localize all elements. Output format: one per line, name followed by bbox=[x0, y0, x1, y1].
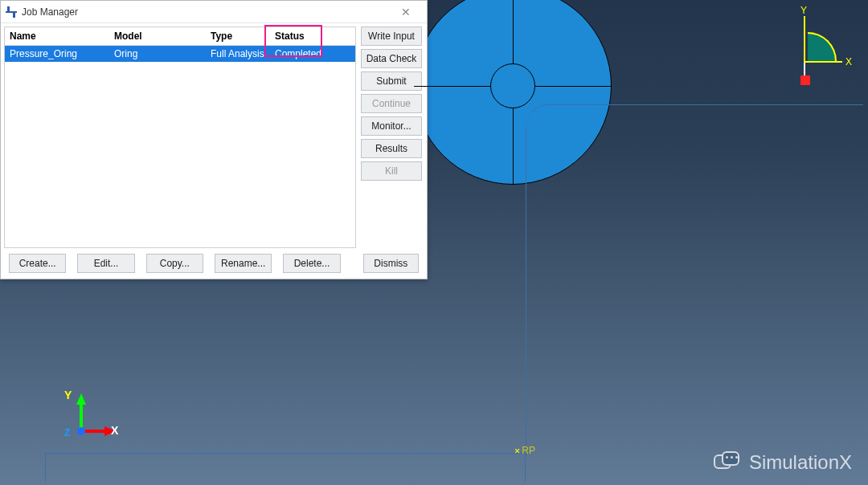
geom-vline bbox=[513, 0, 514, 185]
rename-button[interactable]: Rename... bbox=[215, 254, 272, 273]
wire-top bbox=[526, 104, 863, 137]
watermark: SimulationX bbox=[714, 451, 852, 474]
write-input-button[interactable]: Write Input bbox=[361, 26, 422, 46]
job-table[interactable]: Name Model Type Status Pressure_Oring Or… bbox=[4, 26, 356, 248]
app-icon bbox=[6, 6, 17, 18]
viewcube-y-label: Y bbox=[800, 5, 807, 16]
side-buttons: Write Input Data Check Submit Continue M… bbox=[359, 23, 427, 248]
axis-y-label: Y bbox=[64, 389, 72, 401]
viewcube-x-label: X bbox=[845, 56, 852, 67]
cell-type: Full Analysis bbox=[206, 46, 270, 63]
col-status[interactable]: Status bbox=[270, 27, 355, 46]
delete-button[interactable]: Delete... bbox=[283, 254, 340, 273]
col-name[interactable]: Name bbox=[5, 27, 109, 46]
wire-vert bbox=[526, 127, 628, 456]
axis-x-label: X bbox=[111, 424, 118, 437]
job-manager-dialog: Job Manager ✕ Name Model Type Status Pre… bbox=[0, 0, 428, 279]
svg-rect-1 bbox=[13, 13, 15, 18]
copy-button[interactable]: Copy... bbox=[146, 254, 203, 273]
monitor-button[interactable]: Monitor... bbox=[361, 116, 422, 136]
cell-status: Completed bbox=[270, 46, 355, 63]
dialog-titlebar[interactable]: Job Manager ✕ bbox=[1, 1, 427, 23]
data-check-button[interactable]: Data Check bbox=[361, 49, 422, 68]
viewport-3d[interactable]: Y X Z Y X ✕RP SimulationX Job Manager ✕ bbox=[0, 0, 868, 485]
view-cube[interactable]: Y X bbox=[772, 16, 844, 88]
col-model[interactable]: Model bbox=[109, 27, 206, 46]
cell-name: Pressure_Oring bbox=[5, 46, 109, 63]
watermark-text: SimulationX bbox=[749, 451, 852, 474]
dialog-bottom-bar: Create... Edit... Copy... Rename... Dele… bbox=[1, 248, 427, 279]
dialog-title: Job Manager bbox=[22, 6, 78, 18]
col-type[interactable]: Type bbox=[206, 27, 270, 46]
table-row[interactable]: Pressure_Oring Oring Full Analysis Compl… bbox=[5, 46, 355, 63]
continue-button: Continue bbox=[361, 94, 422, 113]
submit-button[interactable]: Submit bbox=[361, 71, 422, 91]
create-button[interactable]: Create... bbox=[9, 254, 66, 273]
kill-button: Kill bbox=[361, 161, 422, 181]
axis-z-label: Z bbox=[64, 427, 70, 438]
edit-button[interactable]: Edit... bbox=[77, 254, 134, 273]
svg-rect-2 bbox=[6, 11, 17, 13]
cell-model: Oring bbox=[109, 46, 206, 63]
chat-icon bbox=[714, 451, 743, 474]
axis-triad: Y X Z bbox=[64, 393, 129, 458]
dismiss-button[interactable]: Dismiss bbox=[363, 254, 419, 273]
results-button[interactable]: Results bbox=[361, 139, 422, 158]
close-icon[interactable]: ✕ bbox=[390, 6, 422, 18]
geom-hline bbox=[414, 86, 612, 87]
reference-point-label: ✕RP bbox=[514, 445, 535, 456]
svg-rect-0 bbox=[7, 6, 10, 11]
